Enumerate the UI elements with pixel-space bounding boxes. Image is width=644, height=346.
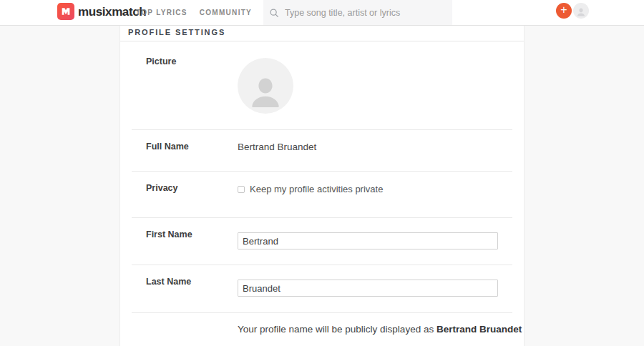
page-title: PROFILE SETTINGS: [128, 28, 225, 36]
divider: [132, 171, 512, 172]
privacy-checkbox[interactable]: [238, 186, 245, 193]
panel-header: PROFILE SETTINGS: [120, 26, 524, 41]
plus-icon: +: [560, 3, 567, 17]
musixmatch-profile-settings-page: musixmatch TOP LYRICS COMMUNITY APPS + P…: [0, 0, 644, 346]
musixmatch-m-icon: [60, 6, 72, 17]
user-menu-avatar[interactable]: [573, 3, 589, 19]
search-icon: [269, 8, 279, 18]
search-input[interactable]: [279, 0, 452, 25]
last-name-input[interactable]: [238, 280, 498, 297]
right-gutter: [524, 26, 644, 346]
display-name-note-highlight: Bertrand Bruandet: [436, 324, 522, 335]
user-avatar-icon: [575, 6, 587, 19]
left-gutter: [0, 26, 120, 346]
user-silhouette-icon: [245, 72, 286, 114]
first-name-label: First Name: [146, 229, 192, 239]
display-name-note: Your profile name will be publicly displ…: [238, 324, 522, 335]
picture-label: Picture: [146, 56, 176, 66]
full-name-value: Bertrand Bruandet: [238, 142, 316, 152]
nav-item-community[interactable]: COMMUNITY: [200, 9, 252, 16]
add-button[interactable]: +: [556, 3, 572, 19]
privacy-label: Privacy: [146, 183, 177, 193]
divider: [132, 129, 512, 130]
divider: [132, 265, 512, 265]
full-name-label: Full Name: [146, 142, 189, 152]
profile-settings-panel: PROFILE SETTINGS Picture Full Name Bertr…: [120, 26, 524, 346]
search-bar: [263, 0, 452, 25]
profile-picture-placeholder[interactable]: [238, 58, 293, 114]
divider: [132, 217, 512, 218]
privacy-checkbox-label[interactable]: Keep my profile activities private: [250, 184, 383, 194]
nav-item-top-lyrics[interactable]: TOP LYRICS: [136, 9, 187, 16]
first-name-input[interactable]: [238, 232, 498, 249]
privacy-checkbox-row: Keep my profile activities private: [238, 184, 383, 194]
display-name-note-text: Your profile name will be publicly displ…: [238, 324, 436, 335]
top-navbar: musixmatch TOP LYRICS COMMUNITY APPS +: [0, 0, 644, 26]
divider: [132, 312, 512, 313]
last-name-label: Last Name: [146, 277, 191, 287]
musixmatch-logo[interactable]: [57, 3, 74, 20]
